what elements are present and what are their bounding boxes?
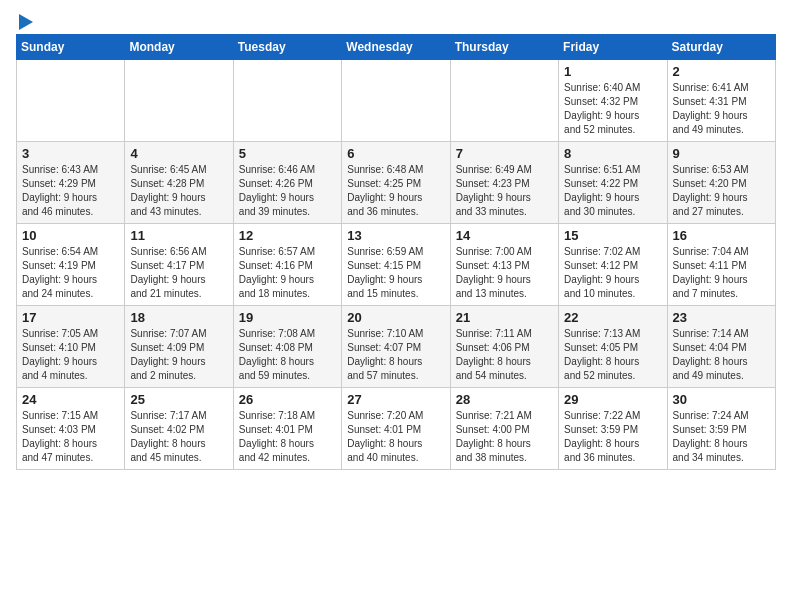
calendar-cell: 17Sunrise: 7:05 AM Sunset: 4:10 PM Dayli… — [17, 306, 125, 388]
calendar-cell: 21Sunrise: 7:11 AM Sunset: 4:06 PM Dayli… — [450, 306, 558, 388]
day-number: 16 — [673, 228, 770, 243]
day-number: 23 — [673, 310, 770, 325]
week-row-3: 10Sunrise: 6:54 AM Sunset: 4:19 PM Dayli… — [17, 224, 776, 306]
calendar-cell: 28Sunrise: 7:21 AM Sunset: 4:00 PM Dayli… — [450, 388, 558, 470]
day-info: Sunrise: 6:40 AM Sunset: 4:32 PM Dayligh… — [564, 81, 661, 137]
calendar-cell — [233, 60, 341, 142]
day-info: Sunrise: 7:02 AM Sunset: 4:12 PM Dayligh… — [564, 245, 661, 301]
day-info: Sunrise: 7:13 AM Sunset: 4:05 PM Dayligh… — [564, 327, 661, 383]
day-info: Sunrise: 7:17 AM Sunset: 4:02 PM Dayligh… — [130, 409, 227, 465]
day-number: 20 — [347, 310, 444, 325]
day-number: 5 — [239, 146, 336, 161]
weekday-header-saturday: Saturday — [667, 35, 775, 60]
day-info: Sunrise: 6:49 AM Sunset: 4:23 PM Dayligh… — [456, 163, 553, 219]
day-info: Sunrise: 6:48 AM Sunset: 4:25 PM Dayligh… — [347, 163, 444, 219]
day-number: 8 — [564, 146, 661, 161]
day-info: Sunrise: 7:24 AM Sunset: 3:59 PM Dayligh… — [673, 409, 770, 465]
calendar-cell: 9Sunrise: 6:53 AM Sunset: 4:20 PM Daylig… — [667, 142, 775, 224]
calendar-cell: 15Sunrise: 7:02 AM Sunset: 4:12 PM Dayli… — [559, 224, 667, 306]
day-number: 2 — [673, 64, 770, 79]
calendar-cell: 29Sunrise: 7:22 AM Sunset: 3:59 PM Dayli… — [559, 388, 667, 470]
day-number: 4 — [130, 146, 227, 161]
day-number: 3 — [22, 146, 119, 161]
day-number: 11 — [130, 228, 227, 243]
day-info: Sunrise: 6:53 AM Sunset: 4:20 PM Dayligh… — [673, 163, 770, 219]
week-row-1: 1Sunrise: 6:40 AM Sunset: 4:32 PM Daylig… — [17, 60, 776, 142]
calendar-cell: 30Sunrise: 7:24 AM Sunset: 3:59 PM Dayli… — [667, 388, 775, 470]
weekday-header-thursday: Thursday — [450, 35, 558, 60]
weekday-header-sunday: Sunday — [17, 35, 125, 60]
calendar-cell: 8Sunrise: 6:51 AM Sunset: 4:22 PM Daylig… — [559, 142, 667, 224]
day-number: 19 — [239, 310, 336, 325]
calendar-cell: 4Sunrise: 6:45 AM Sunset: 4:28 PM Daylig… — [125, 142, 233, 224]
day-number: 14 — [456, 228, 553, 243]
day-info: Sunrise: 6:45 AM Sunset: 4:28 PM Dayligh… — [130, 163, 227, 219]
day-number: 13 — [347, 228, 444, 243]
day-number: 28 — [456, 392, 553, 407]
weekday-header-monday: Monday — [125, 35, 233, 60]
day-info: Sunrise: 7:00 AM Sunset: 4:13 PM Dayligh… — [456, 245, 553, 301]
day-number: 15 — [564, 228, 661, 243]
day-info: Sunrise: 6:57 AM Sunset: 4:16 PM Dayligh… — [239, 245, 336, 301]
weekday-header-friday: Friday — [559, 35, 667, 60]
logo-arrow-icon — [19, 14, 33, 30]
week-row-4: 17Sunrise: 7:05 AM Sunset: 4:10 PM Dayli… — [17, 306, 776, 388]
day-info: Sunrise: 6:56 AM Sunset: 4:17 PM Dayligh… — [130, 245, 227, 301]
calendar-cell: 25Sunrise: 7:17 AM Sunset: 4:02 PM Dayli… — [125, 388, 233, 470]
week-row-2: 3Sunrise: 6:43 AM Sunset: 4:29 PM Daylig… — [17, 142, 776, 224]
day-number: 25 — [130, 392, 227, 407]
day-info: Sunrise: 6:54 AM Sunset: 4:19 PM Dayligh… — [22, 245, 119, 301]
day-number: 21 — [456, 310, 553, 325]
day-number: 17 — [22, 310, 119, 325]
weekday-header-tuesday: Tuesday — [233, 35, 341, 60]
day-number: 7 — [456, 146, 553, 161]
calendar-cell: 20Sunrise: 7:10 AM Sunset: 4:07 PM Dayli… — [342, 306, 450, 388]
calendar-table: SundayMondayTuesdayWednesdayThursdayFrid… — [16, 34, 776, 470]
calendar-cell: 12Sunrise: 6:57 AM Sunset: 4:16 PM Dayli… — [233, 224, 341, 306]
day-info: Sunrise: 7:22 AM Sunset: 3:59 PM Dayligh… — [564, 409, 661, 465]
calendar-cell: 14Sunrise: 7:00 AM Sunset: 4:13 PM Dayli… — [450, 224, 558, 306]
day-info: Sunrise: 7:08 AM Sunset: 4:08 PM Dayligh… — [239, 327, 336, 383]
day-number: 29 — [564, 392, 661, 407]
calendar-cell: 2Sunrise: 6:41 AM Sunset: 4:31 PM Daylig… — [667, 60, 775, 142]
day-number: 6 — [347, 146, 444, 161]
calendar-cell: 1Sunrise: 6:40 AM Sunset: 4:32 PM Daylig… — [559, 60, 667, 142]
calendar-cell: 18Sunrise: 7:07 AM Sunset: 4:09 PM Dayli… — [125, 306, 233, 388]
day-info: Sunrise: 6:46 AM Sunset: 4:26 PM Dayligh… — [239, 163, 336, 219]
calendar-cell: 22Sunrise: 7:13 AM Sunset: 4:05 PM Dayli… — [559, 306, 667, 388]
day-number: 12 — [239, 228, 336, 243]
day-info: Sunrise: 7:20 AM Sunset: 4:01 PM Dayligh… — [347, 409, 444, 465]
calendar-cell: 27Sunrise: 7:20 AM Sunset: 4:01 PM Dayli… — [342, 388, 450, 470]
calendar-cell — [450, 60, 558, 142]
calendar-cell: 7Sunrise: 6:49 AM Sunset: 4:23 PM Daylig… — [450, 142, 558, 224]
weekday-header-wednesday: Wednesday — [342, 35, 450, 60]
calendar-cell: 11Sunrise: 6:56 AM Sunset: 4:17 PM Dayli… — [125, 224, 233, 306]
day-info: Sunrise: 7:21 AM Sunset: 4:00 PM Dayligh… — [456, 409, 553, 465]
weekday-header-row: SundayMondayTuesdayWednesdayThursdayFrid… — [17, 35, 776, 60]
day-number: 27 — [347, 392, 444, 407]
calendar-cell: 19Sunrise: 7:08 AM Sunset: 4:08 PM Dayli… — [233, 306, 341, 388]
day-number: 26 — [239, 392, 336, 407]
day-info: Sunrise: 7:07 AM Sunset: 4:09 PM Dayligh… — [130, 327, 227, 383]
calendar-cell: 24Sunrise: 7:15 AM Sunset: 4:03 PM Dayli… — [17, 388, 125, 470]
calendar-cell — [125, 60, 233, 142]
day-info: Sunrise: 7:05 AM Sunset: 4:10 PM Dayligh… — [22, 327, 119, 383]
week-row-5: 24Sunrise: 7:15 AM Sunset: 4:03 PM Dayli… — [17, 388, 776, 470]
day-number: 9 — [673, 146, 770, 161]
calendar-cell: 13Sunrise: 6:59 AM Sunset: 4:15 PM Dayli… — [342, 224, 450, 306]
calendar-cell: 6Sunrise: 6:48 AM Sunset: 4:25 PM Daylig… — [342, 142, 450, 224]
calendar-cell: 10Sunrise: 6:54 AM Sunset: 4:19 PM Dayli… — [17, 224, 125, 306]
calendar-cell: 26Sunrise: 7:18 AM Sunset: 4:01 PM Dayli… — [233, 388, 341, 470]
calendar-cell: 3Sunrise: 6:43 AM Sunset: 4:29 PM Daylig… — [17, 142, 125, 224]
header — [16, 16, 776, 26]
day-info: Sunrise: 7:04 AM Sunset: 4:11 PM Dayligh… — [673, 245, 770, 301]
day-info: Sunrise: 6:43 AM Sunset: 4:29 PM Dayligh… — [22, 163, 119, 219]
calendar-cell: 16Sunrise: 7:04 AM Sunset: 4:11 PM Dayli… — [667, 224, 775, 306]
day-info: Sunrise: 6:51 AM Sunset: 4:22 PM Dayligh… — [564, 163, 661, 219]
calendar-cell — [17, 60, 125, 142]
day-info: Sunrise: 7:15 AM Sunset: 4:03 PM Dayligh… — [22, 409, 119, 465]
day-number: 10 — [22, 228, 119, 243]
calendar-cell: 5Sunrise: 6:46 AM Sunset: 4:26 PM Daylig… — [233, 142, 341, 224]
day-info: Sunrise: 6:41 AM Sunset: 4:31 PM Dayligh… — [673, 81, 770, 137]
calendar-cell — [342, 60, 450, 142]
